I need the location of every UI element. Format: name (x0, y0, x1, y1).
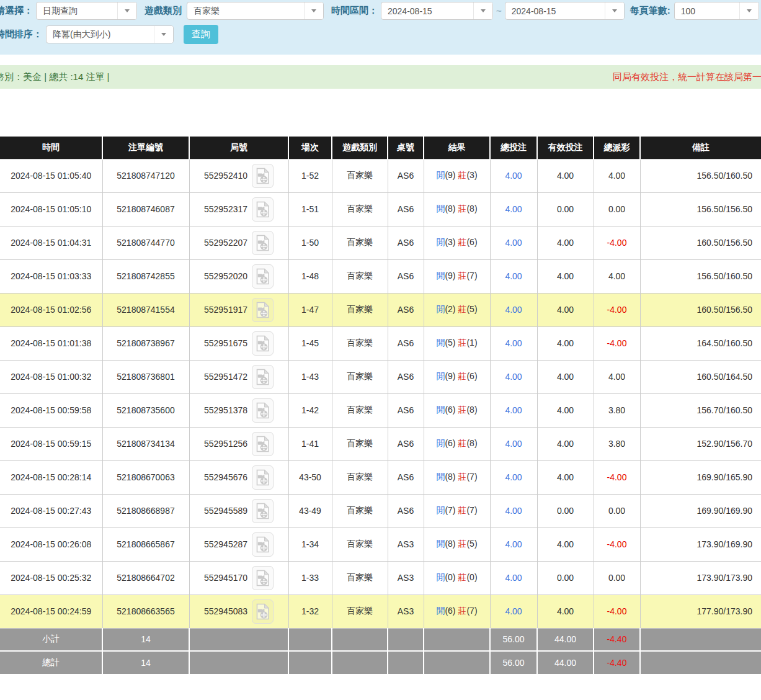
cell-session: 1-51 (288, 192, 332, 226)
cell-time: 2024-08-15 01:04:31 (0, 226, 102, 259)
video-replay-button[interactable] (252, 231, 274, 255)
banker-label: 莊 (458, 237, 466, 247)
cell-time: 2024-08-15 00:59:15 (0, 427, 102, 460)
cell-round-id: 552952410 (189, 159, 288, 192)
cell-game-type: 百家樂 (332, 259, 388, 293)
video-replay-button[interactable] (252, 599, 274, 624)
chevron-down-icon[interactable] (739, 2, 759, 19)
header-table-no: 桌號 (388, 137, 424, 159)
cell-round-id: 552951472 (189, 360, 288, 393)
query-button[interactable]: 查詢 (184, 25, 218, 44)
cell-valid-bet: 4.00 (537, 460, 594, 494)
round-id-wrap: 552951256 (190, 432, 288, 456)
cell-time: 2024-08-15 00:24:59 (0, 595, 102, 628)
cell-payout: 0.00 (594, 192, 640, 226)
cell-remark: 160.50/156.50 (640, 293, 761, 326)
video-replay-button[interactable] (252, 566, 274, 590)
footer-empty (189, 628, 288, 651)
chevron-down-icon[interactable] (605, 2, 624, 19)
sort-dropdown[interactable]: 降冪(由大到小) (46, 25, 174, 43)
video-replay-button[interactable] (252, 465, 274, 490)
footer-empty (332, 651, 388, 674)
banker-score: (8) (466, 204, 477, 213)
total-bet-link[interactable]: 4.00 (505, 606, 522, 616)
video-replay-button[interactable] (252, 164, 274, 188)
total-bet-link[interactable]: 4.00 (505, 372, 522, 382)
total-bet-link[interactable]: 4.00 (505, 573, 522, 583)
total-bet-link[interactable]: 4.00 (505, 405, 522, 415)
video-icon (256, 402, 270, 419)
total-bet-link[interactable]: 4.00 (505, 271, 522, 281)
table-header-row: 時間 注單編號 局號 場次 遊戲類別 桌號 結果 總投注 有效投注 總派彩 備註 (0, 137, 761, 159)
banker-label: 莊 (458, 371, 466, 381)
round-id-text: 552951675 (204, 338, 247, 348)
round-id-text: 552945170 (204, 573, 247, 583)
round-id-wrap: 552951378 (190, 398, 288, 423)
player-label: 閒 (436, 572, 445, 582)
page-size-dropdown[interactable]: 100 (674, 2, 759, 20)
total-bet-link[interactable]: 4.00 (505, 238, 522, 248)
banker-label: 莊 (458, 170, 466, 180)
cell-valid-bet: 4.00 (537, 427, 594, 460)
video-icon (256, 302, 270, 318)
chevron-down-icon[interactable] (473, 2, 492, 19)
chevron-down-icon[interactable] (117, 2, 136, 19)
date-from-dropdown[interactable]: 2024-08-15 (381, 2, 493, 20)
total-bet-link[interactable]: 4.00 (505, 338, 522, 348)
cell-result: 閒(3) 莊(6) (424, 226, 490, 259)
total-bet-link[interactable]: 4.00 (505, 539, 522, 549)
cell-table-no: AS6 (388, 460, 424, 494)
cell-payout: -4.00 (594, 460, 640, 494)
footer-empty (332, 628, 388, 651)
banker-label: 莊 (458, 539, 466, 549)
total-bet-link[interactable]: 4.00 (505, 439, 522, 449)
cell-result: 閒(7) 莊(7) (424, 494, 490, 527)
video-replay-button[interactable] (252, 398, 274, 423)
video-icon (256, 168, 270, 184)
video-replay-button[interactable] (252, 197, 274, 222)
video-replay-button[interactable] (252, 331, 274, 356)
cell-table-no: AS6 (388, 259, 424, 293)
bets-table: 時間 注單編號 局號 場次 遊戲類別 桌號 結果 總投注 有效投注 總派彩 備註… (0, 137, 761, 674)
banker-score: (0) (466, 572, 477, 582)
video-replay-button[interactable] (252, 365, 274, 389)
cell-table-no: AS3 (388, 527, 424, 561)
video-replay-button[interactable] (252, 432, 274, 456)
video-replay-button[interactable] (252, 499, 274, 523)
total-bet-link[interactable]: 4.00 (505, 204, 522, 214)
total-bet-link[interactable]: 4.00 (505, 305, 522, 315)
cell-game-type: 百家樂 (332, 527, 388, 561)
video-replay-button[interactable] (252, 532, 274, 557)
player-label: 閒 (436, 505, 445, 515)
player-score: (9) (445, 271, 455, 280)
video-icon (256, 369, 270, 385)
cell-session: 1-52 (288, 159, 332, 192)
video-replay-button[interactable] (252, 298, 274, 322)
footer-label: 總計 (0, 651, 102, 674)
total-bet-link[interactable]: 4.00 (505, 171, 522, 181)
cell-game-type: 百家樂 (332, 427, 388, 460)
player-score: (2) (445, 304, 455, 314)
date-to-dropdown[interactable]: 2024-08-15 (505, 2, 625, 20)
cell-table-no: AS3 (388, 561, 424, 595)
total-bet-link[interactable]: 4.00 (505, 506, 522, 516)
banker-label: 莊 (458, 572, 466, 582)
banker-label: 莊 (458, 505, 466, 515)
select-type-dropdown[interactable]: 日期查詢 (36, 2, 137, 20)
game-type-dropdown[interactable]: 百家樂 (187, 2, 324, 20)
header-time: 時間 (0, 137, 102, 159)
bet-row: 2024-08-15 01:00:32521808736801552951472… (0, 360, 761, 393)
cell-bet-id: 521808663565 (102, 595, 189, 628)
cell-total-bet: 4.00 (490, 192, 537, 226)
cell-table-no: AS6 (388, 427, 424, 460)
bet-row: 2024-08-15 01:05:10521808746087552952317… (0, 192, 761, 226)
total-bet-link[interactable]: 4.00 (505, 472, 522, 482)
cell-game-type: 百家樂 (332, 561, 388, 595)
video-replay-button[interactable] (252, 264, 274, 289)
cell-table-no: AS6 (388, 326, 424, 360)
cell-remark: 169.90/165.90 (640, 460, 761, 494)
chevron-down-icon[interactable] (304, 2, 323, 19)
round-id-wrap: 552945170 (190, 566, 288, 590)
chevron-down-icon[interactable] (154, 26, 173, 43)
cell-game-type: 百家樂 (332, 494, 388, 527)
